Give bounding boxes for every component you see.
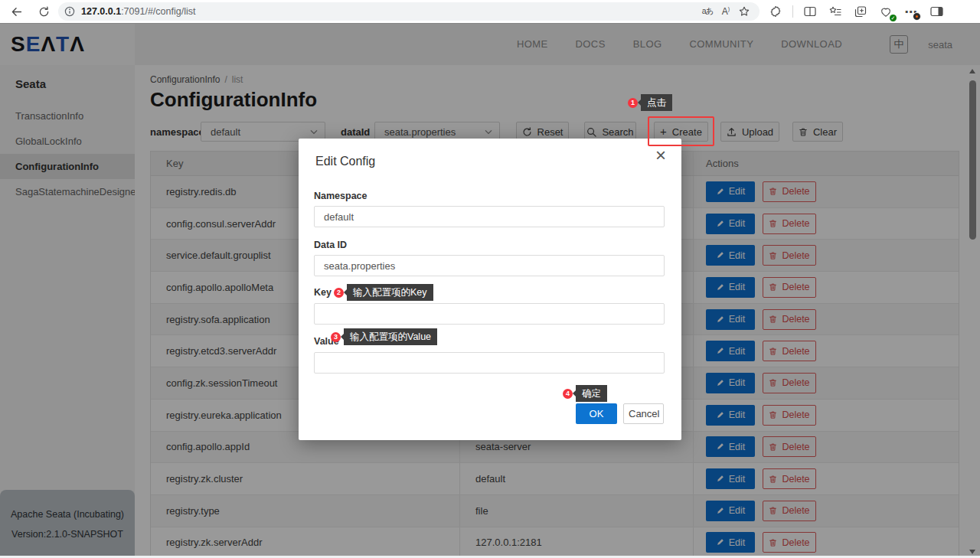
url-text[interactable]: 127.0.0.1:7091/#/config/list [81,6,698,17]
settings-menu-icon[interactable]: ⋯ [903,3,920,20]
site-info-icon[interactable] [64,6,75,17]
browser-essentials-icon[interactable]: ✓ [877,3,894,20]
collections-icon[interactable] [852,3,869,20]
annotation-tooltip: 确定 [576,385,607,402]
sidebar-toggle-icon[interactable] [928,3,945,20]
browser-toolbar: 127.0.0.1:7091/#/config/list aあ A) [0,0,980,24]
url-host: 127.0.0.1 [81,6,121,17]
annotation-tooltip: 点击 [641,94,672,111]
annotation-tooltip: 输入配置项的Value [344,328,437,345]
toolbar-divider [792,5,793,18]
namespace-input[interactable] [314,206,665,227]
dataid-input[interactable] [314,255,665,276]
refresh-icon [38,6,50,18]
value-input[interactable] [314,352,665,374]
close-icon[interactable]: × [655,146,666,165]
annotation-number-badge: 1 [628,98,638,108]
annotation-step4: 4 确定 [563,385,607,402]
annotation-number-badge: 3 [331,332,341,342]
favorites-list-icon[interactable] [827,3,844,20]
namespace-field-label: Namespace [314,191,368,201]
annotation-tooltip: 输入配置项的Key [347,284,433,301]
modal-title: Edit Config [315,155,375,168]
dataid-field-label: Data ID [314,240,347,250]
read-aloud-icon[interactable]: A) [717,3,735,20]
annotation-step2: 2 输入配置项的Key [334,284,433,301]
annotation-step1: 1 点击 [628,94,672,111]
address-bar[interactable]: 127.0.0.1:7091/#/config/list aあ A) [58,2,760,21]
key-input[interactable] [314,303,665,325]
annotation-step3: 3 输入配置项的Value [331,328,437,345]
essentials-check-badge: ✓ [890,15,897,21]
favorite-star-icon[interactable] [735,3,753,20]
cancel-button[interactable]: Cancel [623,403,664,424]
ok-button[interactable]: OK [576,403,617,424]
url-path: :7091/#/config/list [121,6,195,17]
back-arrow-icon [10,5,23,18]
browser-refresh-button[interactable] [34,2,54,21]
key-field-label: Key [314,287,332,298]
browser-back-button[interactable] [6,2,26,21]
annotation-number-badge: 2 [334,288,344,298]
split-screen-icon[interactable] [802,3,818,20]
annotation-number-badge: 4 [563,389,573,399]
browser-action-icons: ✓ ⋯ [767,3,945,20]
browser-extensions-icon[interactable] [767,3,784,20]
translate-icon[interactable]: aあ [698,3,717,20]
seata-console-window: 127.0.0.1:7091/#/config/list aあ A) [0,0,980,558]
notification-badge [913,12,921,21]
